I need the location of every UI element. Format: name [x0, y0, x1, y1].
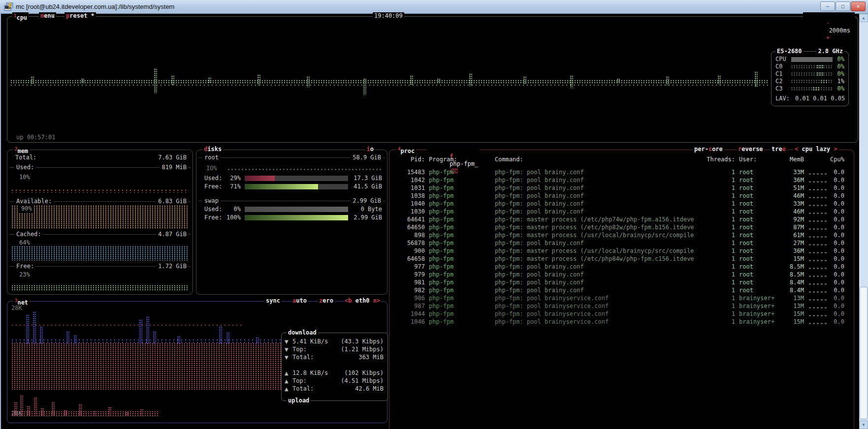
- net-scale-bottom: 28K: [11, 410, 22, 417]
- graph-spike: [666, 76, 669, 85]
- scrollbar-thumb[interactable]: [860, 287, 868, 419]
- process-threads: 1: [700, 200, 735, 208]
- process-pid: 987: [393, 303, 425, 310]
- maximize-button[interactable]: □: [836, 1, 850, 11]
- mem-used-percent: 10%: [19, 174, 30, 181]
- process-cpu: 0.0: [821, 263, 844, 271]
- process-row[interactable]: 898php-fpmphp-fpm: master process (/usr/…: [389, 232, 854, 240]
- close-button[interactable]: ✕: [851, 1, 866, 11]
- upload-total-row: ▲Total:42.6 MiB: [282, 385, 387, 393]
- graph-spike: [208, 77, 211, 83]
- disk-root-used-value: 17.3 GiB: [354, 175, 382, 182]
- disk-root-used-meter: [245, 176, 348, 181]
- graph-spike: [66, 331, 69, 344]
- process-command: php-fpm: pool brainy.conf: [495, 200, 694, 208]
- process-row[interactable]: 1040php-fpmphp-fpm: pool brainy.conf1roo…: [389, 200, 854, 208]
- minimize-button[interactable]: —: [820, 1, 835, 11]
- process-program: php-fpm: [429, 184, 493, 192]
- process-row[interactable]: 986php-fpmphp-fpm: pool brainyservice.co…: [389, 295, 854, 303]
- window-title: mc [root@ub24.itdeveloper.com.ua]:/lib/s…: [16, 3, 174, 10]
- process-row[interactable]: 1042php-fpmphp-fpm: pool brainy.conf1roo…: [389, 177, 854, 184]
- mem-free-graph: [11, 285, 189, 291]
- process-row[interactable]: 981php-fpmphp-fpm: pool brainy.conf1root…: [389, 279, 854, 287]
- process-mem: 87M: [777, 224, 804, 231]
- process-row[interactable]: 1030php-fpmphp-fpm: pool brainy.conf1roo…: [389, 208, 854, 216]
- process-pid: 898: [393, 232, 425, 239]
- process-pid: 900: [393, 247, 425, 255]
- upload-title: upload: [287, 397, 311, 404]
- process-mem: 27M: [777, 240, 804, 247]
- upload-top-row: ▲Top:(4.51 Mibps): [282, 377, 387, 385]
- process-mem: 51M: [777, 184, 804, 192]
- process-threads: 1: [700, 247, 735, 255]
- download-arrow-icon: ▼: [285, 338, 289, 345]
- process-threads: 1: [700, 224, 735, 231]
- process-row[interactable]: 1038php-fpmphp-fpm: pool brainy.conf1roo…: [389, 192, 854, 200]
- process-row[interactable]: 987php-fpmphp-fpm: pool brainyservice.co…: [389, 303, 854, 310]
- download-arrow-icon: ▼: [285, 354, 289, 361]
- process-cpu: 0.0: [821, 169, 844, 176]
- mem-available-percent: 90%: [19, 205, 34, 213]
- process-row[interactable]: 64658php-fpmphp-fpm: master process (/et…: [389, 255, 854, 263]
- mem-used-graph: [11, 189, 189, 193]
- scroll-down-button[interactable]: ▼: [859, 421, 868, 429]
- net-scale-top: 28K: [11, 305, 22, 312]
- process-row[interactable]: 979php-fpmphp-fpm: pool brainy.conf1root…: [389, 271, 854, 279]
- graph-spike: [617, 78, 620, 83]
- disk-swap-free-percent: 100%: [224, 214, 241, 221]
- disks-panel: disks io root58.9 GiB IO% Used: 29% 17.3…: [196, 150, 387, 295]
- process-row[interactable]: 1031php-fpmphp-fpm: pool brainy.conf1roo…: [389, 184, 854, 192]
- process-mem: 8.4M: [777, 279, 804, 286]
- disk-swap-free-value: 2.99 GiB: [354, 214, 382, 221]
- process-mem: 13M: [777, 295, 804, 302]
- process-program: php-fpm: [429, 255, 493, 263]
- disk-root-io-graph: [228, 169, 382, 170]
- process-program: php-fpm: [429, 224, 493, 231]
- process-cpu: 0.0: [821, 271, 844, 278]
- process-cpu: 0.0: [821, 224, 844, 231]
- process-row[interactable]: 15483php-fpmphp-fpm: pool brainy.conf1ro…: [389, 169, 854, 177]
- process-command: php-fpm: pool brainy.conf: [495, 184, 694, 192]
- upload-arrow-icon: ▲: [285, 369, 289, 377]
- mem-total-value: 7.63 GiB: [158, 154, 187, 161]
- process-threads: 1: [700, 192, 735, 200]
- process-row[interactable]: 64650php-fpmphp-fpm: master process (/et…: [389, 224, 854, 232]
- process-threads: 1: [700, 184, 735, 192]
- process-row[interactable]: 1044php-fpmphp-fpm: pool brainyservice.c…: [389, 310, 854, 318]
- process-threads: 1: [700, 271, 735, 278]
- process-mem: 8.4M: [777, 287, 804, 294]
- disk-swap-used-meter: [245, 207, 348, 212]
- process-command: php-fpm: pool brainyservice.conf: [495, 295, 694, 302]
- upload-speed-row: ▲12.8 KiB/s(102 Kibps): [282, 369, 387, 377]
- process-threads: 1: [700, 295, 735, 302]
- io-toggle-button[interactable]: io: [365, 146, 375, 153]
- mem-used-row: Used:819 MiB: [9, 164, 191, 171]
- process-mem: 61M: [777, 232, 804, 239]
- process-program: php-fpm: [429, 318, 493, 326]
- process-pid: 1040: [393, 200, 425, 208]
- process-row[interactable]: 64641php-fpmphp-fpm: master process (/et…: [389, 216, 854, 224]
- process-cpu: 0.0: [821, 177, 844, 184]
- process-cpu: 0.0: [821, 192, 844, 200]
- cpu-c2-row: C21%: [772, 78, 848, 85]
- process-program: php-fpm: [429, 279, 493, 286]
- disk-root-free-meter: [245, 184, 348, 189]
- upload-arrow-icon: ▲: [285, 385, 289, 393]
- graph-spike: [154, 68, 157, 93]
- process-program: php-fpm: [429, 295, 493, 302]
- process-row[interactable]: 977php-fpmphp-fpm: pool brainy.conf1root…: [389, 263, 854, 271]
- cpu-c0-row: C00%: [772, 63, 848, 70]
- scrollbar[interactable]: ▲ ▼: [859, 14, 868, 429]
- scroll-up-button[interactable]: ▲: [859, 14, 868, 22]
- process-pid: 1042: [393, 177, 425, 184]
- process-row[interactable]: 56878php-fpmphp-fpm: pool brainy.conf1ro…: [389, 240, 854, 247]
- process-row[interactable]: 900php-fpmphp-fpm: master process (/usr/…: [389, 247, 854, 255]
- disk-swap-free-meter: [245, 215, 348, 220]
- cpu-model: E5-2680: [775, 48, 804, 55]
- process-row[interactable]: 982php-fpmphp-fpm: pool brainy.conf1root…: [389, 287, 854, 295]
- process-row[interactable]: 1046php-fpmphp-fpm: pool brainyservice.c…: [389, 318, 854, 326]
- window-titlebar[interactable]: mc [root@ub24.itdeveloper.com.ua]:/lib/s…: [0, 0, 868, 14]
- mem-available-graph: [11, 205, 189, 229]
- process-cpu: 0.0: [821, 255, 844, 263]
- graph-spike: [108, 407, 111, 416]
